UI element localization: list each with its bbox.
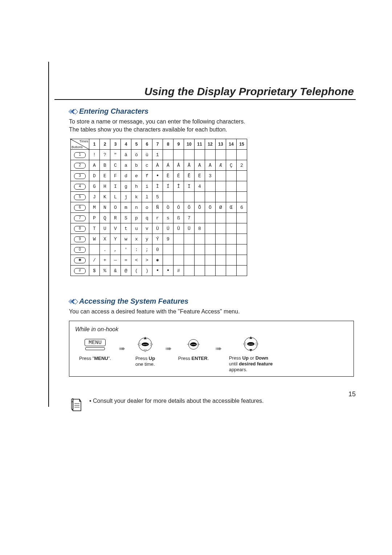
char-cell: :: [131, 244, 142, 255]
char-cell: [195, 150, 205, 160]
col: 14: [226, 139, 237, 150]
char-cell: [216, 181, 226, 192]
char-cell: ': [121, 244, 131, 255]
char-cell: J: [89, 192, 100, 202]
char-cell: Î: [173, 181, 184, 192]
char-cell: >: [142, 255, 152, 266]
char-cell: Œ: [226, 202, 237, 213]
char-cell: [195, 244, 205, 255]
char-cell: +: [100, 255, 110, 266]
col: 4: [121, 139, 131, 150]
char-cell: 3: [205, 171, 216, 181]
arrow-icon: ➠: [117, 344, 127, 364]
char-cell: .: [100, 244, 110, 255]
navigator-updown-icon: ENTER: [242, 336, 259, 352]
char-cell: Ö: [205, 202, 216, 213]
char-cell: !: [89, 150, 100, 160]
char-cell: —: [110, 255, 121, 266]
table-row: 7PQRSpqrsß7: [71, 213, 247, 223]
table-row: 6MNOmnoÑÒÓÔÕÖØŒ6: [71, 202, 247, 213]
char-cell: B: [100, 160, 110, 171]
character-table: Times Buttons 123456789101112131415 1!?"…: [70, 139, 247, 276]
char-cell: [184, 244, 195, 255]
char-cell: [216, 255, 226, 266]
char-cell: Ç: [226, 160, 237, 171]
char-cell: Ì: [152, 181, 163, 192]
char-cell: 5: [152, 192, 163, 202]
char-cell: [205, 223, 216, 234]
char-cell: L: [110, 192, 121, 202]
char-cell: 1: [152, 150, 163, 160]
char-cell: b: [131, 160, 142, 171]
col: 10: [184, 139, 195, 150]
char-cell: u: [131, 223, 142, 234]
char-cell: Â: [173, 160, 184, 171]
char-cell: [226, 213, 237, 223]
char-cell: [216, 234, 226, 244]
char-cell: q: [142, 213, 152, 223]
char-cell: [216, 150, 226, 160]
char-cell: [226, 223, 237, 234]
char-cell: [163, 255, 173, 266]
char-cell: @: [121, 266, 131, 276]
char-cell: •: [152, 171, 163, 181]
char-cell: 7: [184, 213, 195, 223]
key-cell: 2: [71, 160, 89, 171]
char-cell: [237, 255, 247, 266]
diamond-icon: [69, 299, 77, 304]
char-cell: P: [89, 213, 100, 223]
char-cell: [173, 244, 184, 255]
col: 11: [195, 139, 205, 150]
col: 3: [110, 139, 121, 150]
char-cell: =: [121, 255, 131, 266]
char-cell: Ó: [173, 202, 184, 213]
char-cell: [226, 266, 237, 276]
char-cell: [205, 244, 216, 255]
table-row: 3DEFdef•ÈÉÊË3: [71, 171, 247, 181]
char-cell: •: [163, 266, 173, 276]
char-cell: j: [121, 192, 131, 202]
char-cell: V: [110, 223, 121, 234]
char-cell: Ä: [195, 160, 205, 171]
char-cell: h: [131, 181, 142, 192]
page: Using the Display Proprietary Telephone …: [0, 0, 392, 555]
char-cell: [237, 266, 247, 276]
char-cell: [205, 192, 216, 202]
char-cell: a: [121, 160, 131, 171]
char-cell: Ø: [216, 202, 226, 213]
char-cell: [173, 150, 184, 160]
key-cell: 5: [71, 192, 89, 202]
char-cell: [216, 213, 226, 223]
char-cell: 8: [195, 223, 205, 234]
col: 7: [152, 139, 163, 150]
table-row: 5JKLjkl5: [71, 192, 247, 202]
char-cell: [237, 192, 247, 202]
char-cell: g: [121, 181, 131, 192]
char-cell: Ü: [184, 223, 195, 234]
steps-box: While in on-hook MENU Press "MENU". ➠: [69, 321, 354, 377]
char-cell: Ô: [184, 202, 195, 213]
char-cell: [173, 192, 184, 202]
char-cell: [195, 255, 205, 266]
col: 5: [131, 139, 142, 150]
key-cell: 3: [71, 171, 89, 181]
char-cell: H: [100, 181, 110, 192]
char-cell: Ò: [163, 202, 173, 213]
char-cell: d: [121, 171, 131, 181]
char-cell: K: [100, 192, 110, 202]
char-cell: p: [131, 213, 142, 223]
char-cell: È: [163, 171, 173, 181]
corner-bottom: Buttons: [72, 145, 83, 149]
svg-text:ENTER: ENTER: [191, 344, 196, 345]
step3-caption: Press ENTER.: [178, 356, 209, 372]
diamond-icon: [69, 109, 77, 114]
key-cell: 9: [71, 234, 89, 244]
char-cell: ;: [142, 244, 152, 255]
table-row: #$%&@()••#: [71, 266, 247, 276]
table-row: 1!?"äöü1: [71, 150, 247, 160]
char-cell: n: [131, 202, 142, 213]
navigator-enter-icon: ENTER: [186, 338, 201, 351]
section-entering-characters: Entering Characters: [69, 107, 354, 116]
svg-marker-9: [198, 343, 200, 345]
char-cell: #: [173, 266, 184, 276]
